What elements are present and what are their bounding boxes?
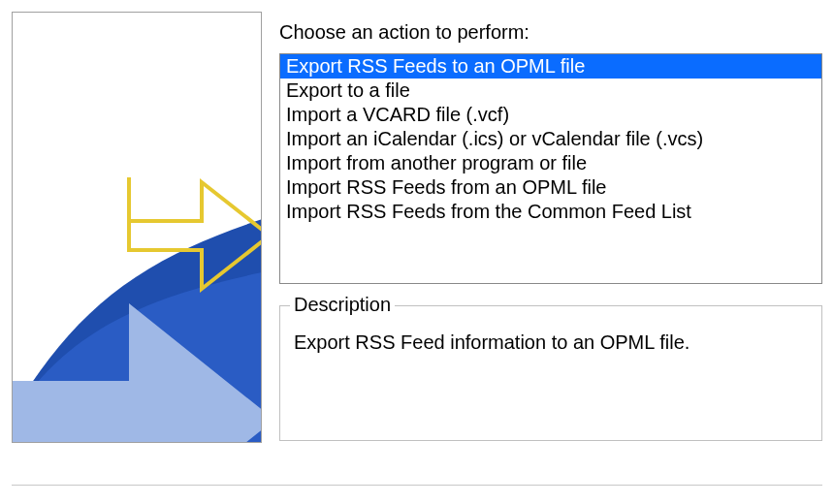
action-item-export-file[interactable]: Export to a file: [280, 79, 821, 103]
horizontal-divider: [12, 485, 822, 487]
import-export-arrows-icon: [13, 13, 262, 443]
actions-listbox[interactable]: Export RSS Feeds to an OPML file Export …: [279, 53, 822, 284]
content-row: Choose an action to perform: Export RSS …: [12, 12, 822, 443]
prompt-label: Choose an action to perform:: [279, 21, 822, 44]
wizard-graphic: [12, 12, 262, 443]
action-item-export-rss-opml[interactable]: Export RSS Feeds to an OPML file: [280, 54, 821, 79]
import-export-wizard-dialog: Choose an action to perform: Export RSS …: [0, 0, 834, 504]
action-item-import-rss-common[interactable]: Import RSS Feeds from the Common Feed Li…: [280, 200, 821, 224]
main-column: Choose an action to perform: Export RSS …: [279, 12, 822, 443]
action-item-import-icalendar[interactable]: Import an iCalendar (.ics) or vCalendar …: [280, 127, 821, 151]
description-groupbox: Description Export RSS Feed information …: [279, 305, 822, 441]
description-legend: Description: [290, 294, 395, 316]
action-item-import-vcard[interactable]: Import a VCARD file (.vcf): [280, 103, 821, 127]
description-text: Export RSS Feed information to an OPML f…: [294, 331, 808, 354]
action-item-import-program-file[interactable]: Import from another program or file: [280, 151, 821, 175]
action-item-import-rss-opml[interactable]: Import RSS Feeds from an OPML file: [280, 175, 821, 200]
